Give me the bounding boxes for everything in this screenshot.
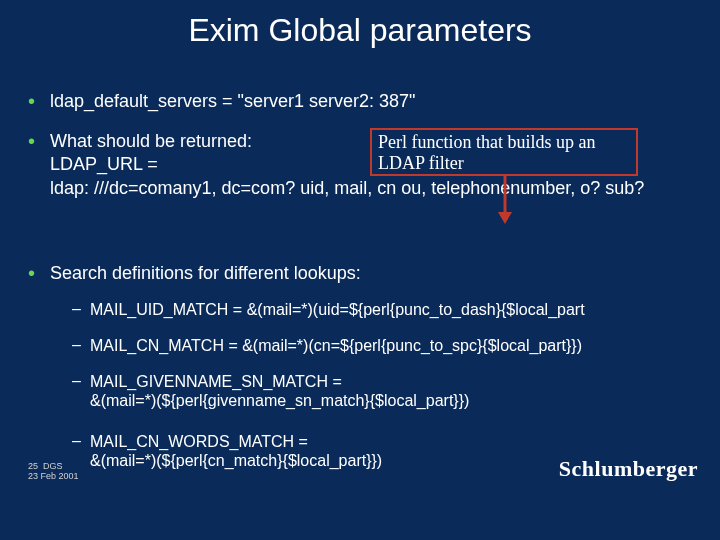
sub-mail-cn-words-match: – MAIL_CN_WORDS_MATCH = &(mail=*)(${perl…	[72, 432, 382, 470]
dash-icon: –	[72, 300, 81, 318]
dash-icon: –	[72, 372, 81, 390]
slide-title: Exim Global parameters	[0, 12, 720, 49]
sub-mail-uid-match: – MAIL_UID_MATCH = &(mail=*)(uid=${perl{…	[72, 300, 585, 319]
slide: Exim Global parameters • ldap_default_se…	[0, 0, 720, 540]
sub-text: MAIL_UID_MATCH = &(mail=*)(uid=${perl{pu…	[90, 300, 585, 319]
bullet-ldap-servers: • ldap_default_servers = "server1 server…	[28, 90, 415, 113]
sub-text: MAIL_CN_MATCH = &(mail=*)(cn=${perl{punc…	[90, 336, 582, 355]
dash-icon: –	[72, 432, 81, 450]
bullet-text: Search definitions for different lookups…	[50, 262, 361, 285]
callout-perl-function: Perl function that builds up an LDAP fil…	[370, 128, 638, 176]
svg-marker-1	[498, 212, 512, 224]
bullet-dot-icon: •	[28, 88, 35, 114]
sub-text: MAIL_CN_WORDS_MATCH = &(mail=*)(${perl{c…	[90, 432, 382, 470]
sub-mail-givenname-sn-match: – MAIL_GIVENNAME_SN_MATCH = &(mail=*)(${…	[72, 372, 469, 410]
footer-label: DGS	[43, 461, 63, 471]
sub-mail-cn-match: – MAIL_CN_MATCH = &(mail=*)(cn=${perl{pu…	[72, 336, 582, 355]
bullet-dot-icon: •	[28, 260, 35, 286]
bullet-text: ldap_default_servers = "server1 server2:…	[50, 90, 415, 113]
footer-meta: 25 DGS 23 Feb 2001	[28, 462, 79, 482]
brand-logo: Schlumberger	[559, 456, 698, 482]
bullet-search-defs: • Search definitions for different looku…	[28, 262, 361, 285]
bullet-dot-icon: •	[28, 128, 35, 154]
page-number: 25	[28, 461, 38, 471]
dash-icon: –	[72, 336, 81, 354]
sub-text: MAIL_GIVENNAME_SN_MATCH = &(mail=*)(${pe…	[90, 372, 469, 410]
arrow-down-icon	[495, 176, 515, 224]
footer-date: 23 Feb 2001	[28, 471, 79, 481]
